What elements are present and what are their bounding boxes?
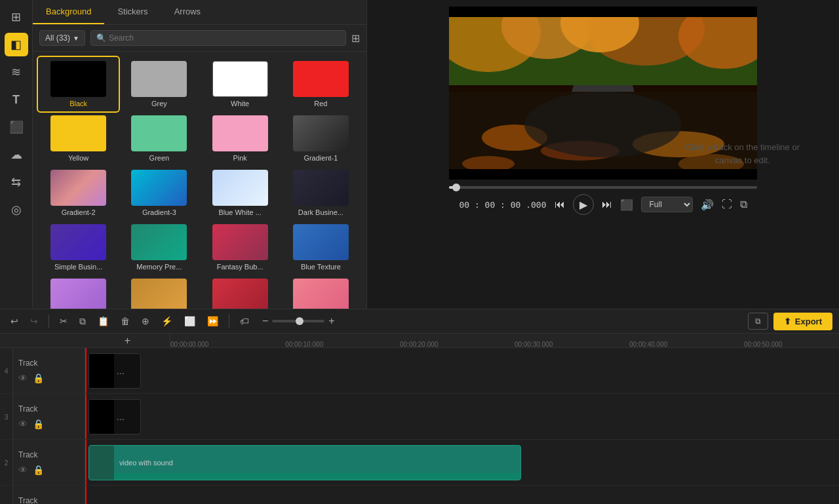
- stop-button[interactable]: ⬛: [620, 199, 633, 211]
- fullscreen-icon[interactable]: ⛶: [722, 199, 732, 210]
- track-name-4: Track: [18, 359, 79, 368]
- filter-icon[interactable]: ⇆: [5, 170, 28, 194]
- background-grid: BlackGreyWhiteRedYellowGreenPinkGradient…: [33, 52, 366, 309]
- bg-item-bluewhite[interactable]: Blue White ...: [200, 166, 281, 220]
- visibility-icon-4[interactable]: 👁: [18, 373, 28, 383]
- export-label: Export: [795, 317, 822, 326]
- filter-dropdown[interactable]: All (33) ▼: [39, 30, 85, 46]
- delete-button[interactable]: 🗑: [117, 313, 134, 329]
- track-controls-3: Track👁🔒: [13, 394, 85, 439]
- track-content-1[interactable]: [85, 486, 839, 504]
- paste-button[interactable]: 📋: [94, 313, 113, 329]
- effects-icon[interactable]: ☁: [5, 143, 28, 166]
- progress-track[interactable]: [449, 186, 757, 189]
- play-button[interactable]: ▶: [573, 194, 594, 215]
- search-icon: 🔍: [96, 33, 106, 43]
- svg-rect-16: [449, 169, 757, 180]
- bg-item-bluetexture[interactable]: Blue Texture: [281, 220, 361, 275]
- bg-item-darkbiz[interactable]: Dark Busine...: [281, 166, 361, 220]
- clip-thumb-3: [89, 400, 114, 434]
- layers-icon[interactable]: ⊞: [5, 5, 28, 29]
- bg-item-row4a[interactable]: [38, 275, 119, 309]
- track-name-1: Track: [18, 496, 79, 505]
- bookmark-button[interactable]: 🏷: [236, 313, 253, 329]
- media-icon[interactable]: ◧: [5, 33, 28, 56]
- track-content-4[interactable]: ...: [85, 348, 839, 393]
- transition-icon[interactable]: ⬛: [5, 115, 28, 139]
- redo-button[interactable]: ↪: [26, 313, 42, 329]
- bg-item-row4c[interactable]: [200, 275, 281, 309]
- zoom-in-button[interactable]: +: [328, 315, 334, 327]
- bg-item-gradient2[interactable]: Gradient-2: [38, 166, 119, 220]
- copy-button[interactable]: ⧉: [75, 313, 90, 330]
- tab-background[interactable]: Background: [33, 0, 104, 24]
- undo-button[interactable]: ↩: [7, 313, 22, 329]
- bg-item-gradient3[interactable]: Gradient-3: [119, 166, 199, 220]
- bg-swatch-white: [212, 61, 268, 97]
- progress-thumb[interactable]: [452, 184, 460, 191]
- progress-bar-area[interactable]: [449, 186, 757, 189]
- crop-button[interactable]: ⬜: [180, 313, 199, 329]
- duplicate-button[interactable]: ⊕: [138, 313, 153, 329]
- clip-video-2[interactable]: video with sound: [88, 445, 521, 480]
- top-area: ⊞ ◧ ≋ T ⬛ ☁ ⇆ ◎ Background Stickers Arro…: [0, 0, 839, 309]
- bg-label-gradient2: Gradient-2: [62, 208, 96, 216]
- track-content-3[interactable]: ...: [85, 394, 839, 439]
- bg-item-yellow[interactable]: Yellow: [38, 111, 119, 166]
- bg-swatch-darkbiz: [293, 170, 349, 206]
- speed-button[interactable]: ⏩: [203, 313, 222, 329]
- ruler-mark-0: 00:00:00.000: [170, 341, 208, 348]
- bg-item-row4d[interactable]: [281, 275, 361, 309]
- bg-item-pink[interactable]: Pink: [200, 111, 281, 166]
- zoom-slider[interactable]: [272, 320, 324, 322]
- visibility-icon-3[interactable]: 👁: [18, 419, 28, 429]
- filter-label: All (33): [45, 33, 70, 43]
- bg-item-fantasybub[interactable]: Fantasy Bub...: [200, 220, 281, 275]
- zoom-thumb[interactable]: [296, 317, 303, 325]
- lock-icon-4[interactable]: 🔒: [33, 373, 44, 383]
- layout-icon[interactable]: ⧉: [740, 199, 747, 210]
- export-button[interactable]: ⬆ Export: [773, 313, 832, 330]
- clip-black-3[interactable]: ...: [88, 399, 141, 435]
- bg-item-gradient1[interactable]: Gradient-1: [281, 111, 361, 166]
- zoom-control: − +: [262, 315, 335, 327]
- timecode: 00 : 00 : 00 .000: [459, 200, 546, 210]
- svg-point-14: [524, 92, 682, 157]
- lock-icon-3[interactable]: 🔒: [33, 419, 44, 429]
- step-forward-button[interactable]: ⏭: [602, 199, 612, 210]
- audio-icon[interactable]: ≋: [5, 60, 28, 84]
- visibility-icon-2[interactable]: 👁: [18, 465, 28, 475]
- lock-icon-2[interactable]: 🔒: [33, 465, 44, 475]
- tab-arrows[interactable]: Arrows: [161, 0, 214, 24]
- zoom-out-button[interactable]: −: [262, 315, 268, 327]
- bg-item-red[interactable]: Red: [281, 57, 361, 111]
- svg-rect-15: [449, 7, 757, 17]
- quality-select[interactable]: Full Half Quarter: [641, 197, 693, 212]
- copy-timeline-button[interactable]: ⧉: [748, 313, 768, 330]
- clip-black-4[interactable]: ...: [88, 353, 141, 389]
- bg-item-simplebiz[interactable]: Simple Busin...: [38, 220, 119, 275]
- playhead-2: [85, 440, 87, 485]
- text-icon[interactable]: T: [5, 88, 28, 111]
- volume-icon[interactable]: 🔊: [701, 199, 714, 211]
- split-button[interactable]: ⚡: [157, 313, 176, 329]
- add-track-button[interactable]: +: [85, 334, 170, 348]
- track-content-2[interactable]: video with sound: [85, 440, 839, 485]
- step-back-button[interactable]: ⏮: [555, 199, 565, 210]
- bg-item-grey[interactable]: Grey: [119, 57, 199, 111]
- sticker-icon[interactable]: ◎: [5, 198, 28, 222]
- bg-label-red: Red: [314, 100, 327, 107]
- tab-stickers[interactable]: Stickers: [104, 0, 161, 24]
- bg-swatch-yellow: [50, 115, 106, 151]
- bg-item-memorypre[interactable]: Memory Pre...: [119, 220, 199, 275]
- bg-item-black[interactable]: Black: [38, 57, 119, 111]
- bg-item-green[interactable]: Green: [119, 111, 199, 166]
- edit-hint: Click a track on the timeline orcanvas t…: [686, 141, 800, 168]
- bg-item-white[interactable]: White: [200, 57, 281, 111]
- search-box[interactable]: 🔍: [90, 30, 346, 46]
- cut-button[interactable]: ✂: [56, 313, 71, 329]
- grid-view-icon[interactable]: ⊞: [351, 32, 360, 45]
- bg-swatch-red: [293, 61, 349, 97]
- search-input[interactable]: [109, 33, 340, 43]
- bg-item-row4b[interactable]: [119, 275, 199, 309]
